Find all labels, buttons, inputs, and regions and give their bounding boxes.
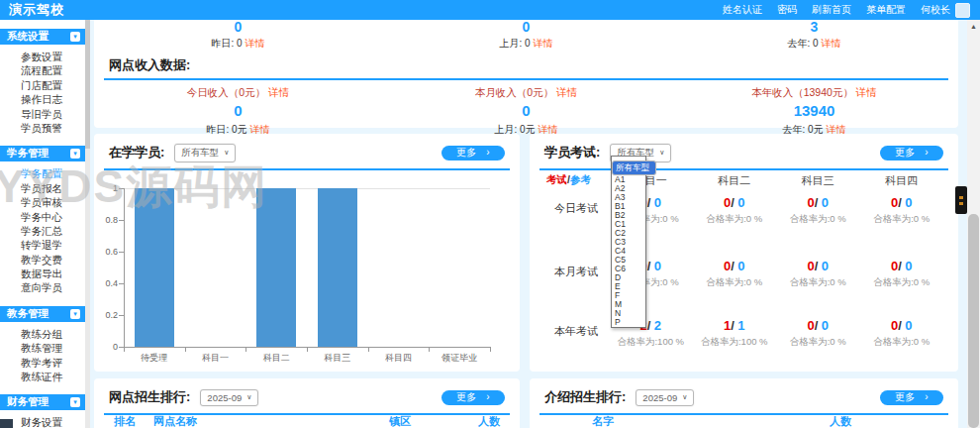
user-menu[interactable]: 何校长 (921, 3, 970, 18)
nav-link[interactable]: 刷新首页 (812, 3, 851, 17)
y-axis-tick (119, 315, 124, 316)
ranking-column-header: 人数 (478, 414, 505, 428)
y-axis-tick (119, 220, 124, 221)
sidebar-item[interactable]: 学员预警 (0, 121, 85, 135)
overview-col: 3 去年: 0 详情 (670, 21, 958, 51)
sidebar-section-header[interactable]: 财务管理 ▾ (0, 394, 85, 410)
dropdown-option[interactable]: C5 (612, 256, 645, 265)
dropdown-option[interactable]: C3 (612, 238, 645, 247)
sidebar-item[interactable]: 门店配置 (0, 78, 85, 92)
chart-bar (256, 188, 296, 347)
income-label: 本月收入（0元） 详情 (382, 86, 670, 100)
dropdown-option[interactable]: A3 (612, 193, 645, 202)
scroll-up-icon[interactable]: ▲ (967, 20, 980, 33)
dropdown-option[interactable]: P (612, 318, 645, 327)
exam-pass-rate: 合格率为:0 % (693, 213, 777, 226)
detail-link[interactable]: 详情 (533, 38, 552, 49)
dropdown-option[interactable]: C6 (612, 265, 645, 273)
stat-value: 0 (382, 21, 670, 34)
sidebar-item[interactable]: 教练分组 (0, 327, 85, 341)
stat-sub: 上月: 0 详情 (382, 37, 670, 51)
detail-link[interactable]: 详情 (245, 38, 264, 49)
x-axis-tick (124, 348, 125, 352)
dropdown-option[interactable]: N (612, 309, 645, 318)
vehicle-type-dropdown: 所有车型A1A2A3B1B2C1C2C3C4C5C6DEFMNP (611, 156, 646, 328)
dropdown-option[interactable]: A2 (612, 184, 645, 193)
dropdown-option[interactable]: A1 (612, 175, 645, 184)
section-divider (104, 168, 510, 170)
sidebar-item[interactable]: 意向学员 (0, 280, 85, 294)
detail-link[interactable]: 详情 (856, 86, 877, 98)
side-widget[interactable] (955, 186, 967, 214)
sidebar-item[interactable]: 导旧学员 (0, 107, 85, 121)
sidebar-section-header[interactable]: 学务管理 ▾ (0, 146, 85, 161)
detail-link[interactable]: 详情 (821, 38, 840, 49)
exam-count: 1/ 1 (693, 318, 777, 333)
arrow-right-icon: › (925, 148, 928, 158)
sidebar-item[interactable]: 学务汇总 (0, 224, 85, 238)
exams-more-button[interactable]: 更多 › (880, 146, 943, 160)
vehicle-type-select[interactable]: 所有车型 ∨ (174, 144, 236, 162)
sidebar-item[interactable]: 学员审核 (0, 195, 85, 209)
sidebar-item[interactable]: 教学考评 (0, 356, 85, 370)
sidebar-section-header[interactable]: 教务管理 ▾ (0, 306, 85, 322)
stat-value: 0 (94, 21, 382, 34)
collapse-icon[interactable]: ▾ (70, 149, 80, 159)
dropdown-option[interactable]: E (612, 282, 645, 291)
detail-link[interactable]: 详情 (268, 86, 289, 98)
sidebar-item[interactable]: 参数设置 (0, 50, 85, 63)
collapse-icon[interactable]: ▾ (70, 32, 80, 42)
nav-link[interactable]: 菜单配置 (866, 3, 906, 17)
x-axis-tick (368, 348, 369, 352)
exam-count: 0/ 0 (776, 195, 860, 210)
sidebar-item[interactable]: 教练管理 (0, 341, 85, 355)
exam-pass-rate: 合格率为:0 % (860, 276, 944, 289)
arrow-right-icon: › (486, 392, 489, 402)
month-select[interactable]: 2025-09 ∨ (636, 389, 694, 406)
exam-table-row: 本月考试 0/ 0 合格率为:0 % 0/ 0 合格率为:0 % 0/ 0 合格… (544, 255, 943, 289)
dropdown-option[interactable]: C4 (612, 247, 645, 256)
sidebar-item[interactable]: 学务配置 (0, 166, 85, 180)
outlet-ranking-more-button[interactable]: 更多 › (441, 390, 505, 405)
referral-ranking-more-button[interactable]: 更多 › (880, 390, 943, 405)
dropdown-option[interactable]: 所有车型 (612, 160, 656, 175)
exam-table-header: 考试/参考 科目一科目二科目三科目四 (544, 173, 943, 188)
sidebar-section-header[interactable]: 系统设置 ▾ (0, 29, 85, 45)
sidebar-item[interactable]: 教练证件 (0, 370, 85, 383)
exam-pass-rate: 合格率为:100 % (609, 336, 693, 349)
collapse-icon[interactable]: ▾ (70, 397, 80, 407)
chart-axes (124, 188, 491, 348)
month-select[interactable]: 2025-09 ∨ (200, 389, 258, 406)
nav-link[interactable]: 密码 (777, 3, 797, 17)
nav-link[interactable]: 姓名认证 (723, 3, 762, 17)
dropdown-option[interactable]: C1 (612, 220, 645, 229)
sidebar-scrollbar[interactable] (85, 20, 90, 428)
overview-row: 0 昨日: 0 详情 0 上月: 0 详情 3 去年: 0 详情 (94, 20, 958, 51)
stat-sub: 昨日: 0 详情 (94, 37, 382, 51)
students-more-button[interactable]: 更多 › (441, 146, 505, 160)
sidebar-item[interactable]: 流程配置 (0, 63, 85, 77)
page-scrollbar[interactable]: ▲ (967, 20, 980, 428)
widget-dot-icon (959, 202, 963, 205)
sidebar-item[interactable]: 学务中心 (0, 210, 85, 224)
sidebar-item[interactable]: 操作日志 (0, 92, 85, 106)
overview-col: 0 上月: 0 详情 (382, 21, 670, 51)
dropdown-option[interactable]: B2 (612, 211, 645, 220)
sidebar-item[interactable]: 教学交费 (0, 253, 85, 267)
sidebar-item[interactable]: 学员报名 (0, 181, 85, 195)
dropdown-option[interactable]: F (612, 291, 645, 300)
exam-count: 0/ 0 (693, 195, 777, 210)
sidebar-item[interactable]: 转学退学 (0, 238, 85, 252)
dropdown-option[interactable]: B1 (612, 202, 645, 211)
sidebar-item[interactable]: 数据导出 (0, 267, 85, 280)
dropdown-option[interactable]: M (612, 300, 645, 309)
exam-row-label: 本月考试 (544, 255, 609, 289)
collapse-icon[interactable]: ▾ (70, 309, 80, 319)
dropdown-option[interactable]: D (612, 273, 645, 282)
dropdown-option[interactable]: C2 (612, 229, 645, 238)
scrollbar-thumb[interactable] (968, 214, 979, 428)
avatar[interactable] (955, 3, 970, 18)
y-axis-tick-label: 1 (94, 183, 118, 193)
detail-link[interactable]: 详情 (556, 86, 577, 98)
select-value: 2025-09 (207, 392, 242, 403)
